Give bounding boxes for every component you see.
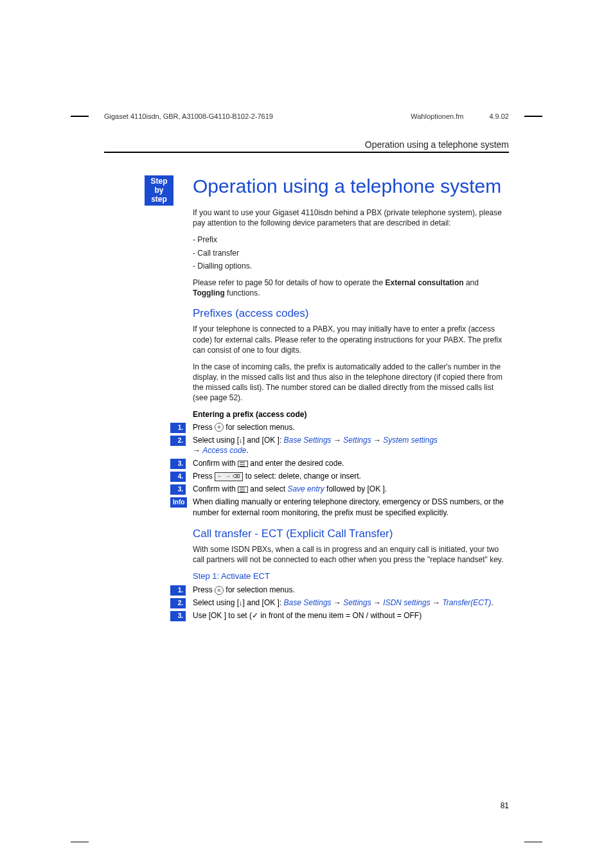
step-badge: 3. bbox=[170, 459, 186, 469]
step-4: 4. Press ← → ⌫ to select: delete, change… bbox=[193, 471, 508, 482]
info-text: When dialling manually or entering telep… bbox=[193, 497, 508, 518]
link-access-code[interactable]: Access code bbox=[202, 446, 246, 455]
page-number: 81 bbox=[501, 801, 509, 810]
prefixes-heading: Prefixes (access codes) bbox=[193, 307, 508, 320]
step-1: 1. Press ⊕ for selection menus. bbox=[193, 422, 508, 433]
nav-menu-icon: ⊕ bbox=[215, 586, 224, 595]
link-system-settings[interactable]: System settings bbox=[383, 436, 438, 445]
step-badge: 1. bbox=[170, 423, 186, 433]
ect-p1: With some ISDN PBXs, when a call is in p… bbox=[193, 544, 508, 565]
prefixes-p1: If your telephone is connected to a PABX… bbox=[193, 324, 508, 355]
running-header: Operation using a telephone system bbox=[365, 139, 509, 150]
step-2: 2. Select using [↓] and [OK ]: Base Sett… bbox=[193, 435, 508, 457]
step-badge: 3. bbox=[170, 484, 186, 495]
divider bbox=[104, 152, 509, 153]
ect-heading: Call transfer - ECT (Explicit Call Trans… bbox=[193, 527, 508, 540]
link-transfer-ect[interactable]: Transfer(ECT) bbox=[442, 598, 491, 607]
link-isdn-settings[interactable]: ISDN settings bbox=[383, 598, 430, 607]
step-by-step-label: Step by step bbox=[145, 175, 173, 206]
ect-step-3-text: Use [OK ] to set (✓ in front of the menu… bbox=[193, 610, 508, 621]
crop-mark bbox=[71, 842, 89, 843]
crop-mark bbox=[71, 116, 89, 117]
entering-prefix-heading: Entering a prefix (access code) bbox=[193, 410, 508, 419]
info-row: Info When dialling manually or entering … bbox=[193, 497, 508, 518]
step-badge: 1. bbox=[170, 585, 186, 596]
ect-step-2: 2. Select using [↓] and [OK ]: Base Sett… bbox=[193, 598, 508, 608]
link-settings[interactable]: Settings bbox=[343, 436, 371, 445]
link-base-settings[interactable]: Base Settings bbox=[284, 436, 332, 445]
bullet-prefix: - Prefix bbox=[193, 235, 508, 245]
step-3b: 3. Confirm with and select Save entry fo… bbox=[193, 484, 508, 495]
ect-step-1: 1. Press ⊕ for selection menus. bbox=[193, 585, 508, 596]
arrow-keys-icon: ← → ⌫ bbox=[215, 472, 243, 481]
ect-step1-heading: Step 1: Activate ECT bbox=[193, 571, 508, 581]
step-badge: 2. bbox=[170, 436, 186, 446]
ect-step-3: 3. Use [OK ] to set (✓ in front of the m… bbox=[193, 610, 508, 621]
nav-menu-icon: ⊕ bbox=[215, 423, 224, 432]
bullet-dialling: - Dialling options. bbox=[193, 261, 508, 271]
link-base-settings[interactable]: Base Settings bbox=[284, 598, 332, 607]
header-center: Wahloptionen.fm bbox=[411, 112, 463, 120]
intro-ref: Please refer to page 50 for details of h… bbox=[193, 278, 508, 298]
step-badge: 2. bbox=[170, 598, 186, 608]
header-left: Gigaset 4110isdn, GBR, A31008-G4110-B102… bbox=[104, 112, 372, 120]
bullet-call-transfer: - Call transfer bbox=[193, 248, 508, 258]
header-right: 4.9.02 bbox=[489, 112, 509, 120]
intro-paragraph: If you want to use your Gigaset 4110isdn… bbox=[193, 208, 508, 228]
menu-icon bbox=[238, 486, 248, 493]
link-settings[interactable]: Settings bbox=[343, 598, 371, 607]
page-header: Gigaset 4110isdn, GBR, A31008-G4110-B102… bbox=[104, 112, 509, 120]
page-title: Operation using a telephone system bbox=[193, 173, 508, 199]
crop-mark bbox=[524, 116, 542, 117]
info-badge: Info bbox=[170, 497, 187, 508]
menu-icon bbox=[238, 461, 248, 467]
crop-mark bbox=[524, 842, 542, 843]
prefixes-p2: In the case of incoming calls, the prefi… bbox=[193, 362, 508, 403]
main-content: Operation using a telephone system If yo… bbox=[193, 173, 508, 623]
sidebar: Step by step bbox=[145, 175, 173, 213]
step-3: 3. Confirm with and enter the desired co… bbox=[193, 458, 508, 469]
link-save-entry[interactable]: Save entry bbox=[287, 484, 324, 493]
step-badge: 3. bbox=[170, 611, 186, 621]
step-badge: 4. bbox=[170, 472, 186, 482]
